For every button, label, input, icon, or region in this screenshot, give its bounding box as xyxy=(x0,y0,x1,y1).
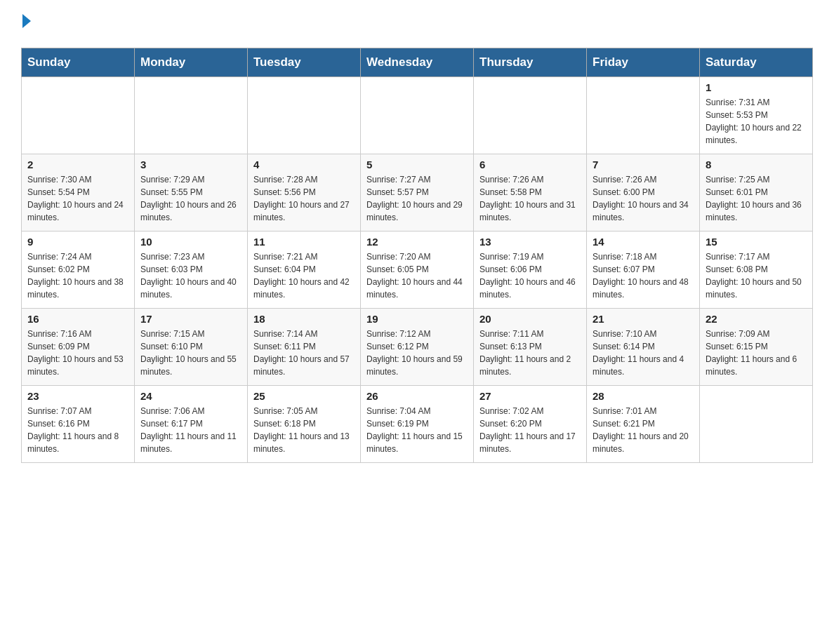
calendar-cell: 4Sunrise: 7:28 AMSunset: 5:56 PMDaylight… xyxy=(248,154,361,232)
day-info: Sunrise: 7:06 AMSunset: 6:17 PMDaylight:… xyxy=(140,405,241,455)
calendar-cell: 25Sunrise: 7:05 AMSunset: 6:18 PMDayligh… xyxy=(248,386,361,463)
day-number: 6 xyxy=(479,159,581,170)
page-header xyxy=(21,14,813,34)
calendar-cell: 20Sunrise: 7:11 AMSunset: 6:13 PMDayligh… xyxy=(474,309,587,386)
day-info: Sunrise: 7:09 AMSunset: 6:15 PMDaylight:… xyxy=(706,328,807,378)
calendar-cell: 22Sunrise: 7:09 AMSunset: 6:15 PMDayligh… xyxy=(700,309,813,386)
day-info: Sunrise: 7:26 AMSunset: 5:58 PMDaylight:… xyxy=(479,173,581,224)
day-info: Sunrise: 7:18 AMSunset: 6:07 PMDaylight:… xyxy=(593,250,694,301)
day-info: Sunrise: 7:21 AMSunset: 6:04 PMDaylight:… xyxy=(253,250,355,301)
day-number: 27 xyxy=(479,390,581,402)
day-number: 16 xyxy=(27,313,128,325)
day-number: 19 xyxy=(366,313,468,325)
calendar-cell: 5Sunrise: 7:27 AMSunset: 5:57 PMDaylight… xyxy=(361,154,474,232)
weekday-header-sunday: Sunday xyxy=(22,48,135,77)
week-row-3: 9Sunrise: 7:24 AMSunset: 6:02 PMDaylight… xyxy=(22,232,813,309)
day-info: Sunrise: 7:01 AMSunset: 6:21 PMDaylight:… xyxy=(593,405,694,455)
weekday-header-tuesday: Tuesday xyxy=(248,48,361,77)
calendar-cell: 1Sunrise: 7:31 AMSunset: 5:53 PMDaylight… xyxy=(700,77,813,154)
day-number: 17 xyxy=(140,313,241,325)
calendar-cell: 16Sunrise: 7:16 AMSunset: 6:09 PMDayligh… xyxy=(22,309,135,386)
day-info: Sunrise: 7:28 AMSunset: 5:56 PMDaylight:… xyxy=(253,173,355,224)
calendar-cell: 11Sunrise: 7:21 AMSunset: 6:04 PMDayligh… xyxy=(248,232,361,309)
calendar-cell: 2Sunrise: 7:30 AMSunset: 5:54 PMDaylight… xyxy=(22,154,135,232)
day-info: Sunrise: 7:17 AMSunset: 6:08 PMDaylight:… xyxy=(706,250,807,301)
calendar-cell xyxy=(700,386,813,463)
day-number: 15 xyxy=(706,236,807,248)
calendar-cell xyxy=(474,77,587,154)
calendar-cell: 19Sunrise: 7:12 AMSunset: 6:12 PMDayligh… xyxy=(361,309,474,386)
day-info: Sunrise: 7:12 AMSunset: 6:12 PMDaylight:… xyxy=(366,328,468,378)
day-number: 18 xyxy=(253,313,355,325)
calendar-cell xyxy=(248,77,361,154)
day-number: 11 xyxy=(253,236,355,248)
day-info: Sunrise: 7:10 AMSunset: 6:14 PMDaylight:… xyxy=(593,328,694,378)
day-number: 9 xyxy=(27,236,128,248)
day-info: Sunrise: 7:20 AMSunset: 6:05 PMDaylight:… xyxy=(366,250,468,301)
calendar-cell xyxy=(361,77,474,154)
week-row-4: 16Sunrise: 7:16 AMSunset: 6:09 PMDayligh… xyxy=(22,309,813,386)
day-info: Sunrise: 7:14 AMSunset: 6:11 PMDaylight:… xyxy=(253,328,355,378)
day-number: 20 xyxy=(479,313,581,325)
day-number: 3 xyxy=(140,159,241,170)
day-number: 28 xyxy=(593,390,694,402)
calendar-cell: 27Sunrise: 7:02 AMSunset: 6:20 PMDayligh… xyxy=(474,386,587,463)
day-info: Sunrise: 7:25 AMSunset: 6:01 PMDaylight:… xyxy=(706,173,807,224)
day-number: 22 xyxy=(706,313,807,325)
day-info: Sunrise: 7:16 AMSunset: 6:09 PMDaylight:… xyxy=(27,328,128,378)
day-info: Sunrise: 7:30 AMSunset: 5:54 PMDaylight:… xyxy=(27,173,128,224)
day-number: 1 xyxy=(706,81,807,93)
calendar-cell: 7Sunrise: 7:26 AMSunset: 6:00 PMDaylight… xyxy=(587,154,700,232)
day-info: Sunrise: 7:07 AMSunset: 6:16 PMDaylight:… xyxy=(27,405,128,455)
day-number: 21 xyxy=(593,313,694,325)
calendar-cell: 3Sunrise: 7:29 AMSunset: 5:55 PMDaylight… xyxy=(135,154,248,232)
day-info: Sunrise: 7:31 AMSunset: 5:53 PMDaylight:… xyxy=(706,96,807,147)
calendar-cell xyxy=(587,77,700,154)
day-number: 13 xyxy=(479,236,581,248)
weekday-header-friday: Friday xyxy=(587,48,700,77)
weekday-header-saturday: Saturday xyxy=(700,48,813,77)
calendar-cell: 12Sunrise: 7:20 AMSunset: 6:05 PMDayligh… xyxy=(361,232,474,309)
weekday-header-wednesday: Wednesday xyxy=(361,48,474,77)
day-info: Sunrise: 7:04 AMSunset: 6:19 PMDaylight:… xyxy=(366,405,468,455)
day-number: 7 xyxy=(593,159,694,170)
calendar-cell: 13Sunrise: 7:19 AMSunset: 6:06 PMDayligh… xyxy=(474,232,587,309)
day-number: 24 xyxy=(140,390,241,402)
day-number: 12 xyxy=(366,236,468,248)
day-number: 8 xyxy=(706,159,807,170)
calendar-cell: 6Sunrise: 7:26 AMSunset: 5:58 PMDaylight… xyxy=(474,154,587,232)
calendar-cell xyxy=(22,77,135,154)
day-info: Sunrise: 7:05 AMSunset: 6:18 PMDaylight:… xyxy=(253,405,355,455)
calendar-cell xyxy=(135,77,248,154)
day-number: 14 xyxy=(593,236,694,248)
day-number: 26 xyxy=(366,390,468,402)
calendar-cell: 23Sunrise: 7:07 AMSunset: 6:16 PMDayligh… xyxy=(22,386,135,463)
day-number: 23 xyxy=(27,390,128,402)
day-info: Sunrise: 7:23 AMSunset: 6:03 PMDaylight:… xyxy=(140,250,241,301)
calendar-cell: 18Sunrise: 7:14 AMSunset: 6:11 PMDayligh… xyxy=(248,309,361,386)
weekday-header-thursday: Thursday xyxy=(474,48,587,77)
day-number: 5 xyxy=(366,159,468,170)
logo xyxy=(21,14,31,34)
calendar-cell: 17Sunrise: 7:15 AMSunset: 6:10 PMDayligh… xyxy=(135,309,248,386)
calendar-cell: 10Sunrise: 7:23 AMSunset: 6:03 PMDayligh… xyxy=(135,232,248,309)
calendar-cell: 9Sunrise: 7:24 AMSunset: 6:02 PMDaylight… xyxy=(22,232,135,309)
calendar-cell: 8Sunrise: 7:25 AMSunset: 6:01 PMDaylight… xyxy=(700,154,813,232)
calendar-cell: 21Sunrise: 7:10 AMSunset: 6:14 PMDayligh… xyxy=(587,309,700,386)
calendar-cell: 24Sunrise: 7:06 AMSunset: 6:17 PMDayligh… xyxy=(135,386,248,463)
day-number: 4 xyxy=(253,159,355,170)
calendar-cell: 14Sunrise: 7:18 AMSunset: 6:07 PMDayligh… xyxy=(587,232,700,309)
day-info: Sunrise: 7:15 AMSunset: 6:10 PMDaylight:… xyxy=(140,328,241,378)
week-row-2: 2Sunrise: 7:30 AMSunset: 5:54 PMDaylight… xyxy=(22,154,813,232)
day-number: 25 xyxy=(253,390,355,402)
calendar-cell: 15Sunrise: 7:17 AMSunset: 6:08 PMDayligh… xyxy=(700,232,813,309)
logo-arrow-icon xyxy=(22,14,31,28)
calendar-table: SundayMondayTuesdayWednesdayThursdayFrid… xyxy=(21,48,813,463)
week-row-5: 23Sunrise: 7:07 AMSunset: 6:16 PMDayligh… xyxy=(22,386,813,463)
day-info: Sunrise: 7:11 AMSunset: 6:13 PMDaylight:… xyxy=(479,328,581,378)
day-number: 10 xyxy=(140,236,241,248)
calendar-cell: 26Sunrise: 7:04 AMSunset: 6:19 PMDayligh… xyxy=(361,386,474,463)
day-info: Sunrise: 7:24 AMSunset: 6:02 PMDaylight:… xyxy=(27,250,128,301)
weekday-header-monday: Monday xyxy=(135,48,248,77)
day-info: Sunrise: 7:27 AMSunset: 5:57 PMDaylight:… xyxy=(366,173,468,224)
